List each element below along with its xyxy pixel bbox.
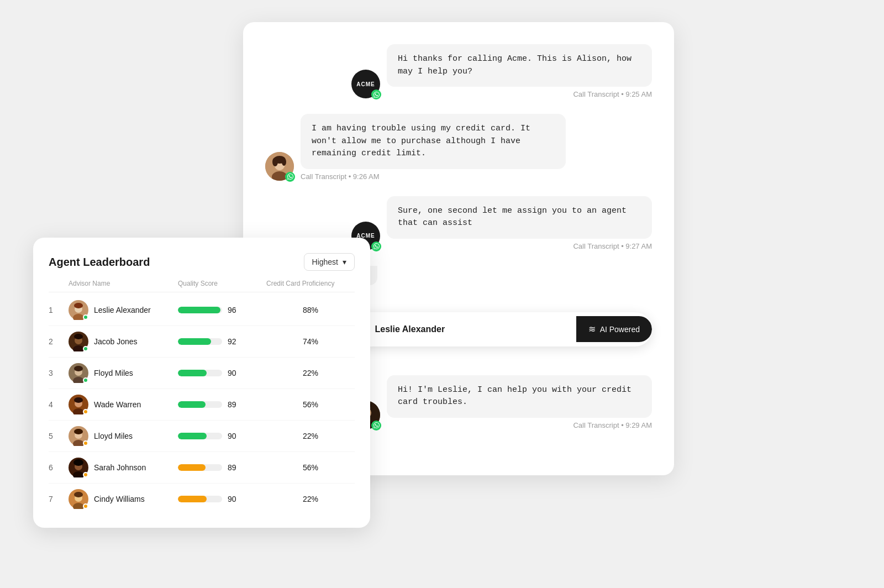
message-group: Hi thanks for calling Acme. This is Alis… [387,44,652,98]
advisor-avatar [69,458,88,477]
status-dot [83,440,88,446]
col-proficiency: Credit Card Proficiency [266,280,355,287]
score-bar-wrap [178,370,222,376]
score-bar-wrap [178,338,222,345]
svg-point-5 [282,158,286,166]
ai-powered-button[interactable]: ≋ AI Powered [576,316,652,342]
score-bar-wrap [178,496,222,502]
chat-meta: Call Transcript • 9:25 AM [573,90,652,98]
score-cell: 90 [178,495,266,503]
score-cell: 96 [178,306,266,314]
table-header: Advisor Name Quality Score Credit Card P… [49,280,355,292]
banner-name: Leslie Alexander [375,324,445,334]
proficiency: 74% [266,337,355,346]
chevron-down-icon: ▾ [343,258,346,266]
score-cell: 90 [178,432,266,440]
score-bar-wrap [178,464,222,471]
chat-bubble: Sure, one second let me assign you to an… [387,196,652,239]
svg-point-21 [74,303,83,308]
row-rank: 6 [49,463,69,472]
score-bar-wrap [178,433,222,439]
score-number: 90 [228,369,236,377]
chat-meta: Call Transcript • 9:26 AM [301,172,380,181]
advisor-info: Wade Warren [69,395,178,414]
svg-point-37 [74,429,83,434]
advisor-info: Lloyd Miles [69,426,178,446]
score-cell: 89 [178,463,266,472]
table-row: 5 Lloyd Miles 90 22% [49,421,355,452]
message-row: Hi thanks for calling Acme. This is Alis… [265,44,652,98]
customer-avatar-wrap [265,152,294,181]
advisor-avatar [69,395,88,414]
score-number: 92 [228,337,236,346]
filter-label: Highest [312,258,338,266]
svg-point-29 [74,366,83,371]
svg-point-25 [74,334,83,339]
proficiency: 56% [266,400,355,409]
advisor-info: Leslie Alexander [69,300,178,320]
status-dot [83,346,88,351]
score-bar [178,401,206,408]
whatsapp-badge [371,421,381,431]
advisor-info: Jacob Jones [69,332,178,351]
score-bar [178,496,207,502]
advisor-avatar [69,300,88,320]
advisor-avatar [69,363,88,383]
advisor-info: Sarah Johnson [69,458,178,477]
score-bar [178,370,207,376]
leaderboard-panel: Agent Leaderboard Highest ▾ Advisor Name… [33,238,370,528]
advisor-name: Floyd Miles [94,369,133,377]
proficiency: 22% [266,495,355,503]
advisor-name: Wade Warren [94,400,141,409]
row-rank: 1 [49,306,69,314]
score-number: 89 [228,463,236,472]
row-rank: 7 [49,495,69,503]
ai-label: AI Powered [600,325,640,334]
score-bar-wrap [178,307,222,313]
chat-meta: Call Transcript • 9:29 AM [573,421,652,429]
proficiency: 22% [266,432,355,440]
leaderboard-header: Agent Leaderboard Highest ▾ [49,253,355,271]
score-number: 90 [228,432,236,440]
score-number: 90 [228,495,236,503]
acme-avatar: ACME [351,70,380,98]
message-group: I am having trouble using my credit card… [301,114,566,181]
whatsapp-badge [371,242,381,251]
score-bar [178,464,206,471]
row-rank: 3 [49,369,69,377]
status-dot [83,377,88,383]
status-dot [83,314,88,320]
svg-point-45 [74,492,83,497]
advisor-name: Jacob Jones [94,337,138,346]
advisor-avatar [69,332,88,351]
row-rank: 5 [49,432,69,440]
col-rank [49,280,69,287]
score-number: 89 [228,400,236,409]
score-bar [178,338,211,345]
row-rank: 2 [49,337,69,346]
table-row: 2 Jacob Jones 92 74% [49,326,355,358]
row-rank: 4 [49,400,69,409]
table-row: 6 Sarah Johnson 89 56% [49,452,355,484]
ai-icon: ≋ [588,324,596,334]
message-row: I am having trouble using my credit card… [265,114,652,181]
leaderboard-title: Agent Leaderboard [49,256,150,269]
chat-bubble: Hi thanks for calling Acme. This is Alis… [387,44,652,87]
proficiency: 22% [266,369,355,377]
message-group: Hi! I'm Leslie, I can help you with your… [387,375,652,429]
message-group: Sure, one second let me assign you to an… [387,196,652,250]
status-dot [83,409,88,414]
svg-point-33 [74,397,83,403]
table-row: 1 Leslie Alexander 96 88% [49,295,355,326]
score-cell: 89 [178,400,266,409]
score-cell: 90 [178,369,266,377]
advisor-avatar [69,426,88,446]
advisor-info: Cindy Williams [69,489,178,509]
filter-dropdown[interactable]: Highest ▾ [304,253,355,271]
advisor-name: Lloyd Miles [94,432,133,440]
table-row: 4 Wade Warren 89 56% [49,389,355,421]
svg-point-41 [73,459,83,466]
chat-bubble: I am having trouble using my credit card… [301,114,566,169]
score-bar-wrap [178,401,222,408]
chat-meta: Call Transcript • 9:27 AM [573,242,652,250]
